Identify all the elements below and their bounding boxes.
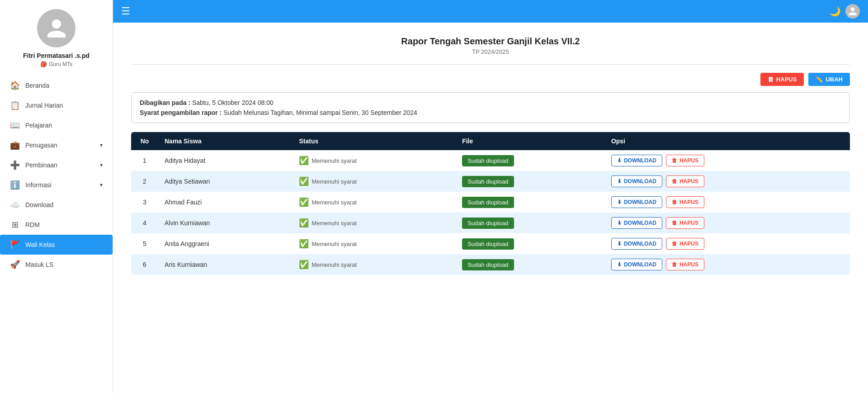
table-row: 2 Aditya Setiawan ✅ Memenuhi syarat Suda… bbox=[131, 171, 850, 192]
check-icon: ✅ bbox=[299, 176, 309, 186]
cell-opsi: ⬇ DOWNLOAD 🗑 HAPUS bbox=[605, 150, 850, 171]
cell-no: 2 bbox=[131, 171, 158, 192]
upload-badge: Sudah diupload bbox=[462, 176, 514, 187]
hapus-row-button[interactable]: 🗑 HAPUS bbox=[666, 155, 704, 166]
hapus-row-button[interactable]: 🗑 HAPUS bbox=[666, 175, 704, 187]
upload-badge: Sudah diupload bbox=[462, 259, 514, 270]
download-row-icon: ⬇ bbox=[617, 261, 622, 268]
col-status: Status bbox=[292, 132, 456, 150]
download-row-icon: ⬇ bbox=[617, 241, 622, 247]
sidebar-item-informasi[interactable]: ℹ️ Informasi ▾ bbox=[0, 175, 113, 195]
user-name: Fitri Permatasari .s.pd bbox=[23, 52, 90, 59]
sidebar-item-rdm[interactable]: ⊞ RDM bbox=[0, 215, 113, 235]
sidebar-item-jurnal-harian[interactable]: 📋 Jurnal Harian bbox=[0, 95, 113, 115]
page-title: Rapor Tengah Semester Ganjil Kelas VII.2 bbox=[131, 36, 850, 47]
trash-row-icon: 🗑 bbox=[672, 261, 677, 268]
journal-icon: 📋 bbox=[10, 100, 20, 110]
page-subtitle: TP 2024/2025 bbox=[131, 48, 850, 55]
cell-nama: Ahmad Fauzi bbox=[158, 192, 292, 213]
download-row-button[interactable]: ⬇ DOWNLOAD bbox=[611, 155, 662, 166]
hapus-row-button[interactable]: 🗑 HAPUS bbox=[666, 259, 704, 270]
sidebar-item-penugasan[interactable]: 💼 Penugasan ▾ bbox=[0, 135, 113, 155]
check-icon: ✅ bbox=[299, 239, 309, 249]
rocket-icon: 🚀 bbox=[10, 260, 20, 270]
hapus-row-button[interactable]: 🗑 HAPUS bbox=[666, 238, 704, 250]
download-row-icon: ⬇ bbox=[617, 157, 622, 164]
sidebar: Fitri Permatasari .s.pd 🎒 Guru MTs 🏠 Ber… bbox=[0, 0, 113, 393]
cell-status: ✅ Memenuhi syarat bbox=[292, 254, 456, 275]
hamburger-menu[interactable]: ☰ bbox=[121, 5, 130, 17]
sidebar-item-pelajaran[interactable]: 📖 Pelajaran bbox=[0, 115, 113, 135]
syarat-info: Syarat pengambilan rapor : Sudah Melunas… bbox=[140, 109, 841, 116]
hapus-row-button[interactable]: 🗑 HAPUS bbox=[666, 196, 704, 208]
status-text: Memenuhi syarat bbox=[311, 178, 357, 185]
status-text: Memenuhi syarat bbox=[311, 157, 357, 164]
cell-nama: Aditya Hidayat bbox=[158, 150, 292, 171]
cell-no: 6 bbox=[131, 254, 158, 275]
user-role: 🎒 Guru MTs bbox=[40, 61, 72, 67]
download-row-icon: ⬇ bbox=[617, 178, 622, 185]
cell-no: 4 bbox=[131, 213, 158, 233]
pencil-icon: ✏️ bbox=[816, 76, 823, 83]
penugasan-icon: 💼 bbox=[10, 140, 20, 150]
table-header: No Nama Siswa Status File Opsi bbox=[131, 132, 850, 150]
sidebar-item-masuk-ls[interactable]: 🚀 Masuk LS bbox=[0, 255, 113, 275]
divider bbox=[131, 64, 850, 65]
user-avatar-icon bbox=[45, 17, 68, 40]
cell-opsi: ⬇ DOWNLOAD 🗑 HAPUS bbox=[605, 254, 850, 275]
cell-opsi: ⬇ DOWNLOAD 🗑 HAPUS bbox=[605, 192, 850, 213]
sidebar-item-pembinaan[interactable]: ➕ Pembinaan ▾ bbox=[0, 155, 113, 175]
rdm-icon: ⊞ bbox=[10, 220, 20, 230]
cell-status: ✅ Memenuhi syarat bbox=[292, 192, 456, 213]
cell-status: ✅ Memenuhi syarat bbox=[292, 213, 456, 233]
upload-badge: Sudah diupload bbox=[462, 218, 514, 229]
cell-nama: Alvin Kurniawan bbox=[158, 213, 292, 233]
home-icon: 🏠 bbox=[10, 80, 20, 90]
cell-file: Sudah diupload bbox=[456, 213, 605, 233]
status-text: Memenuhi syarat bbox=[311, 241, 357, 247]
dark-mode-icon[interactable]: 🌙 bbox=[830, 6, 841, 17]
download-row-button[interactable]: ⬇ DOWNLOAD bbox=[611, 196, 662, 208]
download-row-icon: ⬇ bbox=[617, 199, 622, 205]
check-icon: ✅ bbox=[299, 156, 309, 166]
chevron-down-icon: ▾ bbox=[100, 142, 103, 148]
content-area: Rapor Tengah Semester Ganjil Kelas VII.2… bbox=[113, 23, 868, 393]
cell-nama: Anita Anggraeni bbox=[158, 233, 292, 254]
cell-status: ✅ Memenuhi syarat bbox=[292, 171, 456, 192]
sidebar-item-download[interactable]: ☁️ Download bbox=[0, 195, 113, 215]
table-row: 4 Alvin Kurniawan ✅ Memenuhi syarat Suda… bbox=[131, 213, 850, 233]
upload-badge: Sudah diupload bbox=[462, 197, 514, 208]
chevron-down-icon-3: ▾ bbox=[100, 182, 103, 188]
main-area: ☰ 🌙 Rapor Tengah Semester Ganjil Kelas V… bbox=[113, 0, 868, 393]
sidebar-item-beranda[interactable]: 🏠 Beranda bbox=[0, 76, 113, 95]
upload-badge: Sudah diupload bbox=[462, 238, 514, 250]
cell-no: 3 bbox=[131, 192, 158, 213]
cell-status: ✅ Memenuhi syarat bbox=[292, 150, 456, 171]
table-row: 5 Anita Anggraeni ✅ Memenuhi syarat Suda… bbox=[131, 233, 850, 254]
download-row-button[interactable]: ⬇ DOWNLOAD bbox=[611, 175, 662, 187]
chevron-down-icon-2: ▾ bbox=[100, 162, 103, 168]
sidebar-item-wali-kelas[interactable]: 🚩 Wali Kelas bbox=[0, 235, 113, 255]
cell-file: Sudah diupload bbox=[456, 254, 605, 275]
col-opsi: Opsi bbox=[605, 132, 850, 150]
action-bar: 🗑 HAPUS ✏️ UBAH bbox=[131, 73, 850, 86]
cell-opsi: ⬇ DOWNLOAD 🗑 HAPUS bbox=[605, 213, 850, 233]
hapus-row-button[interactable]: 🗑 HAPUS bbox=[666, 217, 704, 229]
cell-file: Sudah diupload bbox=[456, 233, 605, 254]
col-nama: Nama Siswa bbox=[158, 132, 292, 150]
cell-nama: Aris Kurniawan bbox=[158, 254, 292, 275]
download-icon: ☁️ bbox=[10, 200, 20, 210]
cell-status: ✅ Memenuhi syarat bbox=[292, 233, 456, 254]
ubah-button[interactable]: ✏️ UBAH bbox=[808, 73, 850, 86]
download-row-button[interactable]: ⬇ DOWNLOAD bbox=[611, 217, 662, 229]
cell-opsi: ⬇ DOWNLOAD 🗑 HAPUS bbox=[605, 233, 850, 254]
flag-icon: 🚩 bbox=[10, 240, 20, 250]
download-row-button[interactable]: ⬇ DOWNLOAD bbox=[611, 238, 662, 250]
topbar-user-avatar[interactable] bbox=[845, 4, 860, 19]
cell-nama: Aditya Setiawan bbox=[158, 171, 292, 192]
download-row-button[interactable]: ⬇ DOWNLOAD bbox=[611, 259, 662, 270]
hapus-button[interactable]: 🗑 HAPUS bbox=[760, 73, 804, 86]
trash-row-icon: 🗑 bbox=[672, 157, 677, 164]
cell-file: Sudah diupload bbox=[456, 171, 605, 192]
rapor-table: No Nama Siswa Status File Opsi 1 Aditya … bbox=[131, 132, 850, 275]
